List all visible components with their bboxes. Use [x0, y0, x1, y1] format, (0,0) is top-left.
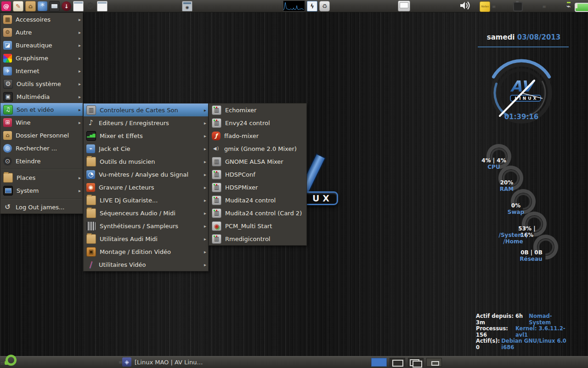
blue-app-icon[interactable] [38, 1, 47, 11]
xkill-icon[interactable] [307, 1, 317, 12]
submenu-arrow-icon: ▸ [200, 121, 206, 126]
workspace-3[interactable] [408, 358, 424, 367]
menu-item-rmedigicontrol[interactable]: Rmedigicontrol [209, 232, 306, 245]
openbox-logo-icon[interactable] [6, 355, 17, 366]
display-icon[interactable] [49, 1, 60, 12]
menu-item-utilitaires-audi-midi[interactable]: Utilitaires Audi Midi▸ [84, 232, 208, 245]
menu-item-gnome-alsa-mixer[interactable]: GNOME ALSA Mixer [209, 155, 306, 168]
menu-item-graphisme[interactable]: Graphisme▸ [0, 52, 83, 64]
menu-item-places[interactable]: Places▸ [0, 171, 83, 184]
menu-item-gravure-lecteurs[interactable]: Gravure / Lecteurs▸ [84, 181, 208, 194]
menu-item-label: Mudita24 control [225, 197, 306, 204]
menu-item-label: HDSPConf [225, 171, 306, 178]
logout-icon [3, 203, 12, 212]
processes-text: Processus: 156 [476, 326, 515, 338]
panel-grip[interactable]: ∷ [1, 361, 4, 366]
menu-item-logout[interactable]: Log Out james... [0, 201, 83, 213]
menu-item-label: Mixer et Effets [100, 132, 200, 139]
task-window-icon [122, 357, 131, 367]
home-folder-icon[interactable] [25, 1, 36, 12]
submenu-arrow-icon: ▸ [74, 56, 81, 61]
notes-icon[interactable] [13, 1, 23, 12]
menu-item-synthetiseurs-sampleurs[interactable]: Synthétiseurs / Sampleurs▸ [84, 219, 208, 232]
workspace-1[interactable] [371, 358, 387, 367]
menu-item-label: Outils système [17, 80, 74, 87]
debian-icon[interactable] [1, 1, 11, 11]
menu-item-label: GNOME ALSA Mixer [225, 158, 306, 165]
taskbar-window-button[interactable]: [Linux MAO | AV Linu… [122, 357, 209, 367]
folder-icon [86, 196, 96, 205]
trash-icon[interactable] [319, 1, 330, 12]
folder-icon [3, 173, 13, 183]
menu-item-editeurs-enregistreurs[interactable]: Editeurs / Enregistreurs▸ [84, 116, 208, 129]
clipboard-icon[interactable] [513, 2, 523, 12]
media-download-icon[interactable] [62, 1, 71, 11]
menu-item-label: Jack et Cie [99, 145, 200, 152]
menu-item-outils-systeme[interactable]: Outils système▸ [0, 77, 83, 90]
conky-date-rule [478, 46, 569, 47]
sticky-notes-icon[interactable] [480, 1, 490, 12]
menu-item-envy24-control[interactable]: Envy24 control [209, 116, 306, 129]
menu-item-mudita24-control[interactable]: Mudita24 control [209, 194, 306, 207]
network-value: 0B | 0B [517, 249, 546, 256]
menu-item-autre[interactable]: Autre▸ [0, 26, 83, 39]
volume-icon[interactable] [459, 1, 470, 12]
active-text: Actif(s): 0 [476, 338, 501, 351]
menu-item-utilitaires-video[interactable]: Utilitaires Vidéo▸ [84, 258, 208, 271]
alsa-card-icon [212, 234, 221, 244]
menu-item-sequenceurs-audio-midi[interactable]: Séquenceurs Audio / Midi▸ [84, 207, 208, 219]
audio-video-icon [3, 105, 13, 115]
menu-item-dossier-personnel[interactable]: Dossier Personnel [0, 129, 83, 142]
menu-item-mixer-et-effets[interactable]: Mixer et Effets▸ [84, 129, 208, 142]
submenu-arrow-icon: ▸ [74, 69, 81, 74]
menu-item-gmix[interactable]: gmix (Gnome 2.0 Mixer) [209, 142, 306, 155]
menu-item-controleurs-cartes-son[interactable]: Controleurs de Cartes Son▸ [84, 104, 208, 116]
menu-item-label: Accessoires [16, 16, 74, 23]
menu-item-pcm-multi-start[interactable]: PCM_Multi Start [209, 219, 306, 232]
menu-item-bureautique[interactable]: Bureautique▸ [0, 39, 83, 52]
submenu-arrow-icon: ▸ [200, 249, 206, 254]
file-window-icon[interactable] [97, 1, 107, 12]
menu-item-label: Vu-mètres / Analyse du Signal [99, 171, 200, 178]
ram-value: 20% [492, 179, 521, 186]
menu-item-system[interactable]: System▸ [0, 184, 83, 197]
menu-item-eteindre[interactable]: Eteindre [0, 155, 83, 167]
menu-item-rechercher[interactable]: Rechercher ... [0, 142, 83, 155]
menu-item-label: Montage / Edition Vidéo [100, 248, 200, 255]
menu-item-label: Log Out james... [16, 204, 74, 211]
menu-item-echomixer[interactable]: Echomixer [209, 104, 306, 116]
menu-item-multimedia[interactable]: Multimédia▸ [0, 90, 83, 103]
workspace-4[interactable] [426, 358, 442, 367]
menu-item-accessoires[interactable]: Accessoires▸ [0, 13, 83, 26]
info-row-processes: Processus: 156Kernel: 3.6.11.2-avl1 [476, 326, 570, 338]
panel-computer-group [398, 0, 410, 12]
menu-item-ffado-mixer[interactable]: ffado-mixer [209, 129, 306, 142]
menu-item-label: Eteindre [16, 158, 74, 165]
window-icon[interactable] [73, 1, 84, 12]
menu-item-live-dj-guitariste[interactable]: LIVE Dj Guitariste...▸ [84, 194, 208, 207]
menu-item-internet[interactable]: Internet▸ [0, 64, 83, 77]
submenu-arrow-icon: ▸ [74, 17, 81, 22]
launcher-screenshot [182, 1, 192, 12]
menu-item-jack-et-cie[interactable]: Jack et Cie▸ [84, 142, 208, 155]
menu-item-hdspmixer[interactable]: HDSPMixer [209, 181, 306, 194]
screenshot-icon[interactable] [182, 1, 192, 12]
gear-icon[interactable] [85, 1, 95, 11]
menu-item-wine[interactable]: Wine▸ [0, 116, 83, 129]
menu-item-label: Multimédia [17, 93, 74, 100]
menu-item-mudita24-control-card2[interactable]: Mudita24 control (Card 2) [209, 207, 306, 219]
cpu-graph-applet[interactable] [283, 0, 305, 12]
computer-icon[interactable] [398, 0, 410, 12]
menu-item-montage-edition-video[interactable]: Montage / Edition Vidéo▸ [84, 245, 208, 258]
menu-item-vu-metres[interactable]: Vu-mètres / Analyse du Signal▸ [84, 168, 208, 181]
workspace-2[interactable] [390, 358, 405, 367]
menu-item-outils-du-musicien[interactable]: Outils du musicien▸ [84, 155, 208, 168]
menu-item-hdspconf[interactable]: HDSPConf [209, 168, 306, 181]
submenu-arrow-icon: ▸ [74, 94, 81, 99]
menu-item-son-et-video[interactable]: Son et vidéo▸ [0, 103, 83, 116]
menu-item-label: Utilitaires Vidéo [99, 261, 200, 268]
submenu-arrow-icon: ▸ [200, 146, 206, 151]
workspace-pager [371, 358, 442, 367]
av-logo-badge-text: UX [312, 193, 333, 203]
menu-item-label: Envy24 control [225, 120, 306, 126]
